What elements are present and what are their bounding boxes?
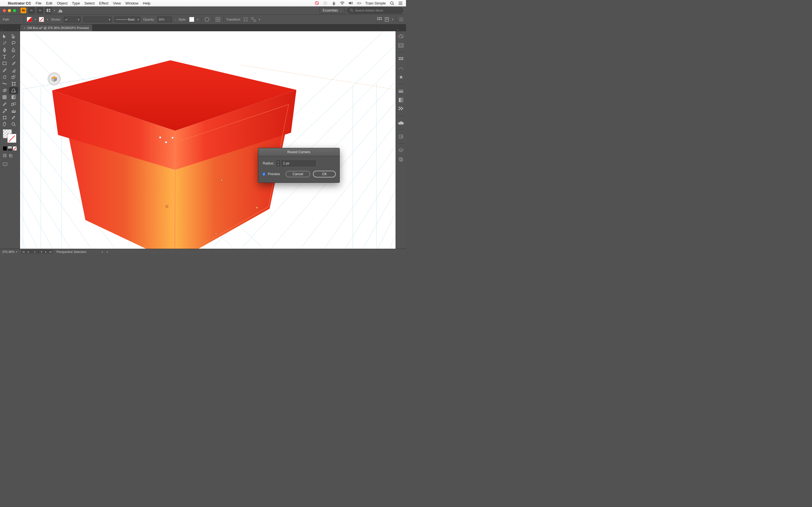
window-minimize-button[interactable] [8, 9, 11, 12]
fill-swatch[interactable] [27, 17, 32, 22]
selection-handle[interactable] [220, 179, 223, 181]
slice-tool[interactable] [9, 114, 18, 121]
volume-icon[interactable] [349, 1, 353, 5]
menu-select[interactable]: Select [84, 1, 94, 5]
select-similar-dropdown-icon[interactable]: ▾ [259, 18, 260, 21]
align-button[interactable] [215, 17, 220, 22]
zoom-level[interactable]: 376.36% [2, 250, 14, 253]
pencil-tool[interactable] [0, 67, 9, 73]
artboard-tool[interactable] [0, 114, 9, 121]
draw-normal-icon[interactable] [3, 154, 7, 160]
selection-handle[interactable] [256, 207, 258, 209]
rectangle-tool[interactable] [0, 60, 9, 67]
rotate-tool[interactable] [0, 73, 9, 80]
gradient-panel-icon[interactable] [398, 97, 404, 103]
gpu-performance-icon[interactable] [57, 8, 63, 13]
zoom-dropdown-icon[interactable]: ▾ [16, 250, 17, 253]
menu-file[interactable]: File [36, 1, 42, 5]
radius-input[interactable]: 2 px [282, 161, 315, 166]
document-setup-button[interactable] [385, 17, 389, 22]
close-tab-icon[interactable]: × [24, 26, 26, 30]
magic-wand-tool[interactable] [0, 40, 9, 47]
artboard-number[interactable]: 1 [31, 250, 39, 253]
cancel-button[interactable]: Cancel [286, 171, 310, 177]
swatches-panel-icon[interactable] [398, 56, 404, 62]
selection-handle[interactable] [166, 205, 168, 208]
color-mode-color[interactable] [3, 146, 7, 151]
screen-mode-button[interactable] [0, 161, 20, 167]
selection-handle[interactable] [215, 232, 217, 235]
brush-definition[interactable]: Basic ▾ [114, 17, 140, 22]
color-panel-icon[interactable] [398, 33, 404, 40]
line-segment-tool[interactable] [9, 53, 18, 60]
pen-tool[interactable] [0, 47, 9, 53]
eyedropper-tool[interactable] [0, 101, 9, 107]
transform-label[interactable]: Transform [226, 18, 241, 21]
radius-stepper[interactable]: ▴▾ [276, 160, 280, 166]
user-account[interactable]: Train Simple [365, 1, 386, 5]
last-artboard-button[interactable]: ▸I [49, 250, 52, 253]
mesh-tool[interactable] [0, 94, 9, 101]
direct-selection-tool[interactable] [9, 33, 18, 40]
window-zoom-button[interactable] [13, 9, 16, 12]
asset-export-panel-icon[interactable] [398, 133, 404, 140]
first-artboard-button[interactable]: I◂ [21, 250, 26, 253]
doc-setup-dropdown-icon[interactable]: ▾ [392, 18, 393, 21]
color-mode-gradient[interactable] [8, 146, 12, 151]
brushes-panel-icon[interactable] [398, 65, 404, 71]
fill-dropdown-icon[interactable]: ▾ [35, 18, 36, 21]
time-machine-icon[interactable] [323, 1, 327, 5]
next-artboard-button[interactable]: ▸ [44, 250, 48, 253]
isolate-button[interactable] [243, 17, 248, 22]
arrange-dropdown-icon[interactable]: ▾ [54, 9, 55, 12]
tools-collapse-handle-right[interactable]: » [17, 29, 18, 31]
free-transform-tool[interactable] [9, 80, 18, 87]
stroke-swatch[interactable] [39, 17, 44, 22]
fill-stroke-indicator[interactable] [0, 128, 20, 145]
menu-window[interactable]: Window [125, 1, 139, 5]
symbols-panel-icon[interactable] [398, 74, 404, 80]
wifi-icon[interactable] [340, 1, 345, 5]
variable-width-profile[interactable]: ▾ [84, 17, 112, 22]
ok-button[interactable]: OK [313, 171, 336, 177]
zoom-tool[interactable] [9, 121, 18, 128]
canvas[interactable]: Round Corners Radius: ▴▾ 2 px ✓ Preview … [20, 31, 396, 249]
anchor-point[interactable] [171, 136, 174, 139]
stock-button[interactable]: St [37, 7, 43, 13]
stroke-dropdown-icon[interactable]: ▾ [47, 18, 48, 21]
paintbrush-tool[interactable] [9, 60, 18, 67]
column-graph-tool[interactable] [9, 107, 18, 114]
type-tool[interactable] [0, 53, 9, 60]
color-mode-none[interactable] [13, 146, 17, 151]
artboard-dropdown-icon[interactable]: ▾ [40, 250, 43, 253]
cc-libraries-panel-icon[interactable] [398, 119, 404, 126]
bluetooth-icon[interactable] [332, 1, 336, 5]
curvature-tool[interactable] [9, 47, 18, 53]
app-name[interactable]: Illustrator CC [8, 1, 31, 5]
anchor-point[interactable] [159, 136, 161, 138]
draw-behind-icon[interactable] [8, 154, 12, 160]
menu-type[interactable]: Type [72, 1, 80, 5]
opacity-arrow-icon[interactable]: › [175, 18, 175, 21]
prev-artboard-button[interactable]: ◂ [26, 250, 30, 253]
symbol-sprayer-tool[interactable] [0, 107, 9, 114]
scale-tool[interactable] [9, 73, 18, 80]
workspace-switcher[interactable]: Essentials ⌄ [319, 7, 345, 14]
stroke-weight-input[interactable]: ▴▾ ▾ [64, 17, 81, 22]
width-tool[interactable] [0, 80, 9, 87]
selection-tool[interactable] [0, 33, 9, 40]
blend-tool[interactable] [9, 101, 18, 107]
tools-collapse-handle[interactable]: « [1, 29, 2, 31]
anchor-point[interactable] [165, 141, 167, 144]
battery-icon[interactable] [357, 1, 361, 5]
opacity-input[interactable]: 80% [157, 17, 172, 22]
menu-view[interactable]: View [113, 1, 121, 5]
spotlight-icon[interactable] [390, 1, 394, 5]
bridge-button[interactable]: Br [29, 7, 35, 13]
align-to-pixel-grid-button[interactable] [377, 17, 382, 22]
style-dropdown-icon[interactable]: ▾ [197, 18, 199, 21]
gradient-tool[interactable] [9, 94, 18, 101]
perspective-plane-widget[interactable] [48, 72, 61, 86]
graphic-style-swatch[interactable] [189, 17, 194, 22]
menu-edit[interactable]: Edit [46, 1, 52, 5]
